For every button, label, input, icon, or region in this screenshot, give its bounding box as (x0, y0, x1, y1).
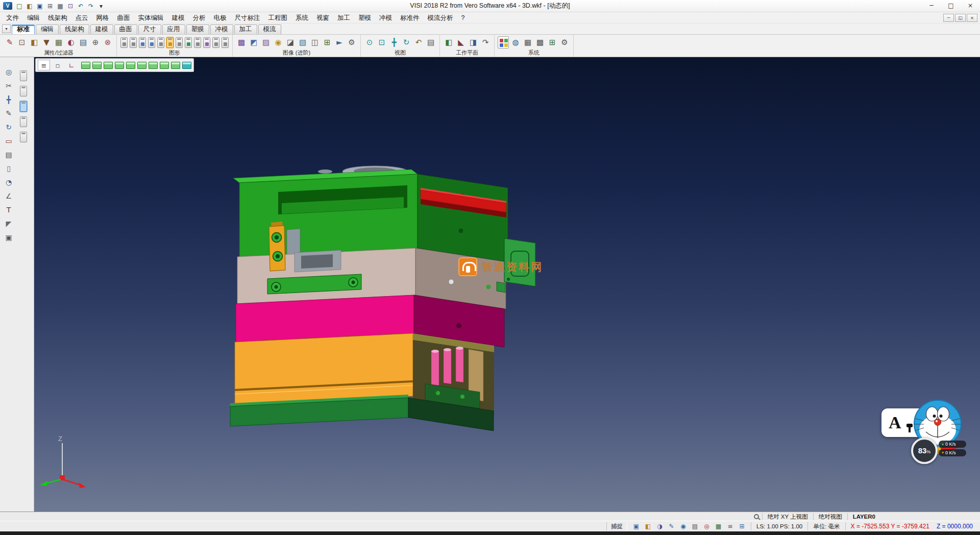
display-transparency-icon[interactable] (222, 37, 229, 48)
snap-grid-icon[interactable]: ⊞ (547, 36, 558, 48)
active-layer-status[interactable]: LAYER0 (847, 513, 880, 520)
view-top-icon[interactable] (92, 62, 102, 69)
material-icon[interactable]: ◩ (248, 36, 259, 48)
view-right-icon[interactable] (137, 62, 146, 69)
workplane-reset-icon[interactable]: ↷ (480, 36, 491, 48)
status-color-icon[interactable]: ◧ (643, 522, 653, 531)
tab[interactable]: 加工 (234, 25, 257, 34)
snapshot-icon[interactable]: ⊞ (322, 36, 333, 48)
tab[interactable]: 模流 (258, 25, 281, 34)
status-layers-icon[interactable]: ▤ (690, 522, 700, 531)
layers-icon[interactable]: ▤ (3, 149, 15, 160)
print-icon[interactable]: ▦ (56, 2, 65, 11)
filter-color-icon[interactable]: ◐ (65, 36, 77, 48)
attr-paint-icon[interactable]: ◧ (29, 36, 40, 48)
menu-item[interactable]: 分析 (189, 13, 210, 23)
tab[interactable]: 曲面 (114, 25, 137, 34)
status-display-icon[interactable]: ▣ (631, 522, 641, 531)
zoom-select-icon[interactable]: ◎ (3, 66, 15, 78)
camera-icon[interactable]: ◫ (309, 36, 321, 48)
display-shaded-edges-icon[interactable] (148, 37, 155, 48)
menu-item[interactable]: 加工 (333, 13, 354, 23)
clipboard-wireframe-icon[interactable] (20, 86, 27, 96)
status-edit-icon[interactable]: ✎ (667, 522, 676, 531)
status-target-icon[interactable]: ◎ (702, 522, 712, 531)
tab[interactable]: 建模 (90, 25, 113, 34)
menu-item[interactable]: 系统 (291, 13, 312, 23)
menu-item[interactable]: 尺寸标注 (231, 13, 264, 23)
menu-item[interactable]: 标准件 (396, 13, 424, 23)
tab[interactable]: 线架构 (60, 25, 89, 34)
move-icon[interactable]: ╋ (3, 94, 15, 105)
view-left-icon[interactable] (126, 62, 135, 69)
menu-item[interactable]: 冲模 (375, 13, 396, 23)
search-icon[interactable] (754, 514, 759, 519)
zoom-window-icon[interactable]: ⊡ (376, 36, 387, 48)
display-curvature-icon[interactable] (203, 37, 210, 48)
menu-item[interactable]: 视窗 (312, 13, 333, 23)
color-table-icon[interactable] (498, 36, 509, 48)
redo-icon[interactable]: ↷ (86, 2, 95, 11)
menu-item[interactable]: 文件 (2, 13, 23, 23)
new-file-icon[interactable]: □ (15, 2, 24, 11)
matrix-icon[interactable]: ▩ (534, 36, 546, 48)
mdi-restore-button[interactable]: ◱ (955, 14, 966, 22)
animation-icon[interactable]: ► (334, 36, 345, 48)
view-mode-status[interactable]: 绝对视图 (813, 513, 847, 520)
view-new-window-icon[interactable]: ▫ (52, 60, 64, 70)
texture-icon[interactable]: ▨ (260, 36, 272, 48)
display-shaded-icon[interactable] (139, 37, 146, 48)
view-menu-icon[interactable]: ≡ (38, 60, 50, 70)
mdi-close-button[interactable]: × (967, 14, 977, 22)
menu-item[interactable]: 建模 (168, 13, 189, 23)
view-iso-rear-icon[interactable] (160, 62, 169, 69)
delete-icon[interactable]: ▭ (3, 135, 15, 147)
mdi-minimize-button[interactable]: ─ (943, 14, 954, 22)
render-mode-icon[interactable]: ▩ (236, 36, 247, 48)
background-icon[interactable]: ▧ (297, 36, 308, 48)
print-preview-icon[interactable]: ▣ (3, 232, 15, 243)
attr-modify-icon[interactable]: ✎ (4, 36, 15, 48)
display-hidden-line-icon[interactable] (130, 37, 137, 48)
minimize-button[interactable]: ─ (922, 0, 941, 12)
display-analysis-icon[interactable] (185, 37, 192, 48)
clipboard-shaded-icon[interactable] (20, 101, 27, 112)
menu-item[interactable]: 实体编辑 (134, 13, 168, 23)
display-dynamic-hide-icon[interactable] (166, 37, 174, 48)
system-globe-icon[interactable]: ◍ (510, 36, 521, 48)
menu-item[interactable]: 塑模 (354, 13, 375, 23)
view-iso-icon[interactable] (81, 62, 90, 69)
tab[interactable]: 塑膜 (186, 25, 209, 34)
workplane-entity-icon[interactable]: ◨ (468, 36, 479, 48)
menu-item[interactable]: 线架构 (44, 13, 71, 23)
view-back-icon[interactable] (115, 62, 124, 69)
system-settings-icon[interactable]: ⚙ (559, 36, 570, 48)
status-render-icon[interactable]: ◑ (655, 522, 665, 531)
view-dynamic-icon[interactable] (182, 62, 191, 69)
status-info-icon[interactable]: ◉ (678, 522, 688, 531)
menu-item[interactable]: 电极 (210, 13, 231, 23)
rotate-view-icon[interactable]: ↻ (401, 36, 412, 48)
clipboard-hidden-icon[interactable] (20, 116, 27, 127)
attr-copy-icon[interactable]: ⊡ (16, 36, 28, 48)
menu-item[interactable]: 工程图 (264, 13, 292, 23)
display-ghost-icon[interactable] (157, 37, 164, 48)
view-bottom-icon[interactable] (149, 62, 158, 69)
display-zebra-icon[interactable] (194, 37, 201, 48)
view-iso-left-icon[interactable] (171, 62, 180, 69)
tabbar-dropdown-icon[interactable]: ▾ (2, 25, 11, 33)
plot-icon[interactable]: ⊞ (45, 2, 55, 11)
light-icon[interactable]: ◉ (273, 36, 284, 48)
save-icon[interactable]: ▣ (35, 2, 44, 11)
filter-type-icon[interactable]: ▦ (53, 36, 64, 48)
workplane-3points-icon[interactable]: ◣ (455, 36, 467, 48)
view-list-icon[interactable]: ▤ (425, 36, 436, 48)
open-file-icon[interactable]: ◧ (25, 2, 34, 11)
filter-chain-icon[interactable]: ⊕ (90, 36, 101, 48)
workplane-standard-icon[interactable]: ◧ (443, 36, 454, 48)
undo-icon[interactable]: ↶ (76, 2, 85, 11)
clipboard-standard-icon[interactable] (20, 70, 27, 81)
rotate-icon[interactable]: ↻ (3, 121, 15, 133)
tab[interactable]: 应用 (162, 25, 185, 34)
tab[interactable]: 冲模 (210, 25, 233, 34)
